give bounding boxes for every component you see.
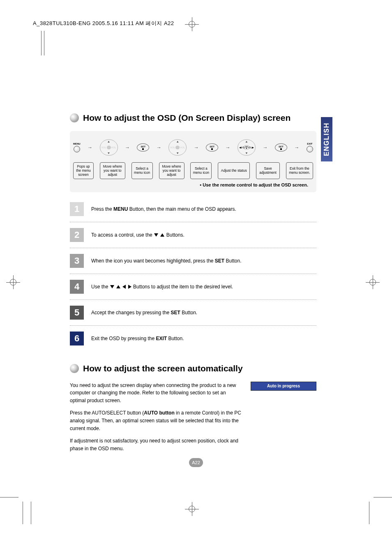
- step-number: 5: [70, 306, 84, 320]
- circle-button-icon: [74, 146, 80, 152]
- step-text: Accept the changes by pressing the SET B…: [91, 309, 316, 316]
- crop-mark: [0, 497, 18, 497]
- section2-heading-row: How to adjust the screen automatically: [70, 364, 316, 373]
- section1-heading-row: How to adjust the OSD (On Screen Display…: [70, 113, 316, 123]
- bullet-sphere-icon: [70, 113, 79, 122]
- step-text: Use the Buttons to adjust the item to th…: [91, 283, 316, 290]
- step-number: 4: [70, 280, 84, 294]
- arrow-right-icon: →: [294, 145, 299, 150]
- page-content: How to adjust the OSD (On Screen Display…: [70, 113, 316, 457]
- triangle-u-icon: [160, 233, 164, 237]
- arrow-right-icon: →: [226, 145, 231, 150]
- caption-box: Select a menu icon: [190, 162, 212, 179]
- arrow-right-icon: →: [157, 145, 161, 150]
- crop-mark: [23, 502, 23, 524]
- crop-mark: [41, 31, 42, 55]
- caption-box: Move where you want to adjust: [159, 162, 184, 179]
- diagram-note: • Use the remote control to adjust the O…: [73, 179, 313, 187]
- auto-box-col: Auto in progress: [251, 382, 316, 458]
- steps-list: 1Press the MENU Button, then the main me…: [70, 196, 316, 351]
- step-number: 2: [70, 228, 84, 242]
- crop-mark: [374, 497, 392, 497]
- para3: If adjustment is not satisfactory, you n…: [70, 437, 242, 452]
- registration-mark: [366, 275, 380, 289]
- para1: You need to adjust the screen display wh…: [70, 382, 242, 405]
- caption-box: Save adjustment: [256, 162, 280, 179]
- registration-mark: [185, 502, 199, 516]
- step-row: 1Press the MENU Button, then the main me…: [70, 196, 316, 222]
- section2-title: How to adjust the screen automatically: [83, 364, 243, 373]
- flow-exit-button: EXIT: [307, 143, 313, 152]
- step-text: When the icon you want becomes highlight…: [91, 257, 316, 265]
- arrow-right-icon: →: [263, 145, 267, 150]
- triangle-u-icon: [116, 285, 120, 288]
- step-row: 3When the icon you want becomes highligh…: [70, 248, 316, 274]
- caption-row: Pops up the menu screen Move where you w…: [73, 162, 313, 179]
- auto-in-progress-box: Auto in progress: [251, 382, 316, 391]
- section2: How to adjust the screen automatically Y…: [70, 364, 316, 458]
- dpad-icon: ▲▼VOLVOL: [100, 139, 118, 156]
- step-text: Exit the OSD by pressing the EXIT Button…: [91, 335, 316, 342]
- arrow-right-icon: →: [125, 145, 130, 150]
- step-row: 5Accept the changes by pressing the SET …: [70, 300, 316, 326]
- step-number: 3: [70, 254, 84, 268]
- section2-columns: You need to adjust the screen display wh…: [70, 382, 316, 458]
- caption-box: Adjust the status: [218, 162, 250, 179]
- step-number: 6: [70, 332, 84, 345]
- arrow-right-icon: →: [88, 145, 92, 150]
- set-button-icon: SET: [137, 143, 149, 152]
- step-text: Press the MENU Button, then the main men…: [91, 205, 316, 213]
- step-row: 4Use the Buttons to adjust the item to t…: [70, 274, 316, 300]
- crop-mark: [31, 502, 31, 524]
- menu-label: MENU: [73, 143, 81, 145]
- prepress-header: A_3828TUL310B-ENG 2005.5.16 11:11 AM 페이지…: [33, 20, 174, 27]
- step-row: 6Exit the OSD by pressing the EXIT Butto…: [70, 326, 316, 351]
- registration-mark: [185, 17, 199, 31]
- para2: Press the AUTO/SELECT button (AUTO butto…: [70, 409, 242, 432]
- caption-box: Pops up the menu screen: [73, 162, 94, 179]
- flow-menu-button: MENU: [73, 143, 81, 152]
- step-text: To access a control, use the Buttons.: [91, 231, 316, 239]
- dpad-icon: ▲▼VOLVOL: [168, 139, 187, 156]
- circle-button-icon: [307, 146, 313, 152]
- section1-title: How to adjust the OSD (On Screen Display…: [83, 113, 291, 123]
- triangle-d-icon: [154, 233, 158, 237]
- caption-box: Move where you want to adjust: [100, 162, 125, 179]
- caption-box: Select a menu icon: [131, 162, 153, 179]
- crop-mark: [369, 502, 369, 524]
- registration-mark: [6, 275, 20, 289]
- triangle-r-icon: [128, 285, 131, 289]
- page-number: A22: [189, 458, 203, 467]
- step-number: 1: [70, 202, 84, 216]
- triangle-d-icon: [110, 285, 114, 288]
- language-tab: ENGLISH: [321, 117, 332, 161]
- flow-diagram: MENU → ▲▼VOLVOL → SET → ▲▼VOLVOL → SET →…: [70, 131, 316, 192]
- triangle-l-icon: [122, 285, 126, 289]
- step-row: 2To access a control, use the Buttons.: [70, 222, 316, 248]
- arrow-right-icon: →: [194, 145, 199, 150]
- caption-box: Exit from the menu screen.: [286, 162, 313, 179]
- section2-text: You need to adjust the screen display wh…: [70, 382, 242, 458]
- language-label: ENGLISH: [323, 122, 330, 156]
- dpad-icon: ▲▼◀VOLSETVOL▶: [238, 139, 256, 156]
- crop-mark: [44, 31, 44, 55]
- bullet-sphere-icon: [70, 364, 79, 373]
- set-button-icon: SET: [275, 143, 287, 152]
- flow-row: MENU → ▲▼VOLVOL → SET → ▲▼VOLVOL → SET →…: [73, 138, 313, 157]
- set-button-icon: SET: [206, 143, 218, 152]
- exit-label: EXIT: [307, 143, 312, 145]
